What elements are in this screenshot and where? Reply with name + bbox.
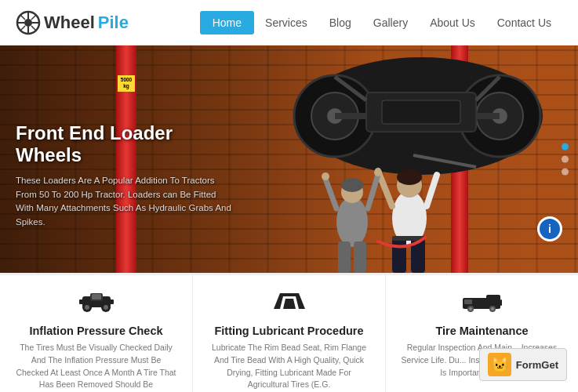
- slider-dots: [562, 143, 569, 176]
- logo-text-black: Wheel: [44, 13, 95, 33]
- hero-description: These Loaders Are A Popular Addition To …: [16, 174, 235, 230]
- hero-content: Front End Loader Wheels These Loaders Ar…: [16, 122, 235, 230]
- svg-rect-48: [92, 294, 101, 299]
- feature-1-desc: The Tires Must Be Visually Checked Daily…: [14, 342, 178, 391]
- feature-1-title: Inflation Pressure Check: [29, 325, 162, 337]
- logo[interactable]: WheelPile: [16, 10, 129, 35]
- nav-home[interactable]: Home: [200, 11, 254, 34]
- feature-2-icon: [274, 288, 305, 318]
- svg-rect-42: [108, 299, 114, 304]
- svg-line-35: [368, 175, 378, 209]
- svg-point-36: [322, 172, 329, 180]
- svg-point-33: [341, 178, 363, 192]
- nav-blog[interactable]: Blog: [318, 11, 362, 34]
- formget-label: FormGet: [516, 359, 558, 371]
- svg-rect-59: [464, 299, 472, 304]
- svg-line-34: [325, 179, 336, 209]
- sign-right: i: [537, 216, 562, 241]
- feature-2-title: Fitting Lubricant Procedure: [214, 325, 363, 337]
- nav: Home Services Blog Gallery About Us Cont…: [200, 11, 562, 34]
- formget-mascot-icon: 🐱: [488, 353, 511, 376]
- feature-2-desc: Lubricate The Rim Bead Seat, Rim Flange …: [207, 342, 371, 391]
- svg-rect-41: [79, 299, 85, 304]
- svg-point-56: [469, 307, 472, 310]
- svg-point-1: [24, 19, 32, 27]
- nav-gallery[interactable]: Gallery: [362, 11, 419, 34]
- svg-line-6: [20, 15, 25, 20]
- svg-point-44: [85, 305, 89, 310]
- hero-title: Front End Loader Wheels: [16, 122, 235, 166]
- feature-2: Fitting Lubricant Procedure Lubricate Th…: [193, 275, 386, 392]
- svg-rect-39: [354, 241, 366, 273]
- nav-about[interactable]: About Us: [419, 11, 486, 34]
- dot-1[interactable]: [562, 143, 569, 151]
- svg-point-46: [104, 305, 108, 310]
- nav-services[interactable]: Services: [254, 11, 318, 34]
- svg-line-27: [427, 175, 437, 206]
- nav-contact[interactable]: Contact Us: [486, 11, 562, 34]
- logo-text-blue: Pile: [98, 13, 129, 33]
- wheel-icon: [16, 10, 41, 35]
- svg-rect-54: [500, 299, 502, 306]
- svg-line-9: [20, 26, 25, 31]
- svg-point-31: [336, 197, 368, 247]
- svg-point-37: [374, 169, 382, 176]
- svg-rect-38: [338, 241, 351, 273]
- formget-badge: 🐱 FormGet: [479, 348, 567, 381]
- header: WheelPile Home Services Blog Gallery Abo…: [0, 0, 578, 45]
- svg-rect-28: [392, 238, 406, 273]
- pillar-label: 5000kg: [118, 75, 135, 92]
- svg-point-58: [491, 307, 494, 310]
- hero: 5000kg: [0, 45, 578, 273]
- feature-1-icon: [79, 288, 114, 318]
- feature-1: Inflation Pressure Check The Tires Must …: [0, 275, 193, 392]
- dot-3[interactable]: [562, 169, 569, 176]
- dot-2[interactable]: [562, 156, 569, 163]
- mechanics-svg: [288, 116, 476, 273]
- feature-3-icon: [463, 288, 502, 318]
- svg-point-25: [397, 169, 422, 185]
- svg-line-7: [31, 26, 36, 31]
- feature-3-title: Tire Maintenance: [435, 325, 528, 337]
- svg-line-8: [31, 15, 36, 20]
